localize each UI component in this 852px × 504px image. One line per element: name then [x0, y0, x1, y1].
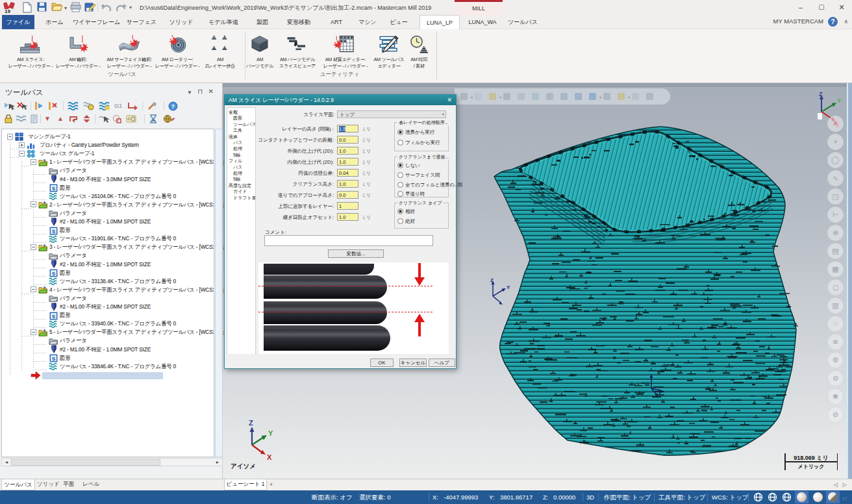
svg-text:Z: Z	[490, 277, 494, 283]
svg-text:Y: Y	[507, 284, 510, 290]
svg-text:X: X	[267, 453, 272, 461]
svg-text:Z: Z	[819, 91, 823, 97]
svg-text:?: ?	[171, 103, 175, 110]
svg-text:Z: Z	[249, 420, 253, 427]
svg-text:Y: Y	[837, 97, 841, 104]
svg-text:Y: Y	[268, 429, 273, 437]
svg-text:19: 19	[5, 8, 10, 14]
